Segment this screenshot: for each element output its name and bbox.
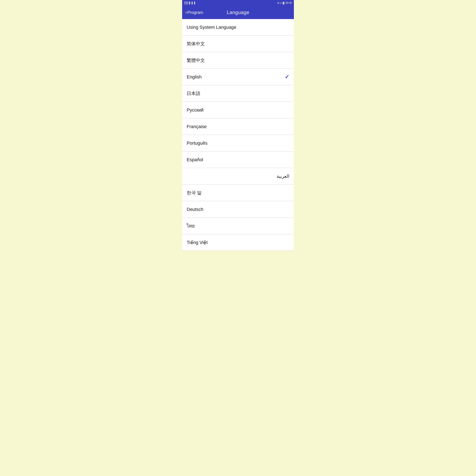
language-item-thai[interactable]: ไทย: [182, 218, 294, 234]
language-name-arabic: العربية: [277, 174, 289, 179]
back-label: Program: [187, 10, 203, 15]
back-chevron-icon: ‹: [186, 10, 187, 15]
language-name-french: Française: [187, 124, 207, 129]
language-name-russian: Русский: [187, 107, 204, 113]
status-bar-right: ⊞ ⊙ ▓ 09:45: [277, 1, 292, 4]
language-name-vietnamese: Tiếng Việt: [187, 240, 208, 245]
wifi-icon: ⊞: [277, 2, 279, 4]
language-name-portuguese: Português: [187, 140, 207, 146]
language-item-korean[interactable]: 한국 말: [182, 185, 294, 201]
language-item-french[interactable]: Française: [182, 118, 294, 135]
signal-icon-2: ▌: [192, 2, 193, 4]
status-bar-left: HD ▌ ▌ ▌: [184, 2, 196, 4]
language-name-german: Deutsch: [187, 207, 204, 212]
page-title: Language: [227, 10, 249, 15]
language-name-spanish: Español: [187, 157, 203, 162]
phone-container: HD ▌ ▌ ▌ ⊞ ⊙ ▓ 09:45 ‹ Program Language …: [182, 0, 294, 251]
back-button[interactable]: ‹ Program: [186, 10, 203, 15]
nav-header: ‹ Program Language: [182, 6, 294, 19]
language-name-japanese: 日本語: [187, 90, 200, 97]
language-item-system[interactable]: Using System Language: [182, 19, 294, 35]
time-display: 09:45: [286, 1, 292, 4]
language-item-simplified-chinese[interactable]: 简体中文: [182, 35, 294, 52]
selected-checkmark-english: ✓: [285, 74, 289, 80]
language-name-korean: 한국 말: [187, 190, 202, 196]
language-item-arabic[interactable]: العربية: [182, 168, 294, 185]
language-list: Using System Language简体中文繁體中文English✓日本語…: [182, 19, 294, 251]
language-item-portuguese[interactable]: Português: [182, 135, 294, 152]
language-item-traditional-chinese[interactable]: 繁體中文: [182, 52, 294, 69]
signal-icon-3: ▌: [194, 2, 196, 4]
language-item-english[interactable]: English✓: [182, 69, 294, 85]
hd-icon: HD: [184, 2, 188, 4]
language-item-spanish[interactable]: Español: [182, 152, 294, 168]
language-name-simplified-chinese: 简体中文: [187, 41, 205, 47]
battery-icon: ▓: [283, 2, 284, 4]
status-bar: HD ▌ ▌ ▌ ⊞ ⊙ ▓ 09:45: [182, 0, 294, 6]
language-item-japanese[interactable]: 日本語: [182, 85, 294, 102]
language-name-traditional-chinese: 繁體中文: [187, 57, 205, 64]
signal-icon-1: ▌: [189, 2, 191, 4]
language-name-system: Using System Language: [187, 25, 236, 30]
clock-icon: ⊙: [280, 2, 282, 4]
language-item-german[interactable]: Deutsch: [182, 201, 294, 218]
language-name-english: English: [187, 74, 202, 80]
language-item-russian[interactable]: Русский: [182, 102, 294, 118]
language-name-thai: ไทย: [187, 222, 195, 230]
language-item-vietnamese[interactable]: Tiếng Việt: [182, 234, 294, 251]
